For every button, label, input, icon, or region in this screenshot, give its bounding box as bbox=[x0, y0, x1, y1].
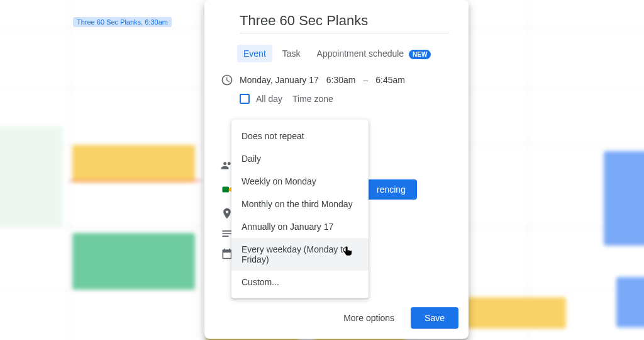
event-end-time[interactable]: 6:45am bbox=[375, 75, 405, 85]
tab-appointment-label: Appointment schedule bbox=[317, 48, 404, 59]
event-date[interactable]: Monday, January 17 bbox=[240, 75, 319, 85]
recurrence-option-custom[interactable]: Custom... bbox=[231, 271, 369, 293]
allday-checkbox[interactable] bbox=[240, 94, 250, 104]
new-badge: NEW bbox=[409, 50, 431, 59]
mouse-cursor-icon bbox=[342, 246, 353, 259]
timezone-link[interactable]: Time zone bbox=[292, 94, 333, 104]
calendar-event-pill[interactable]: Three 60 Sec Planks, 6:30am bbox=[73, 17, 172, 27]
event-title-input[interactable] bbox=[240, 13, 448, 33]
recurrence-option-weekly[interactable]: Weekly on Monday bbox=[231, 170, 369, 193]
save-button[interactable]: Save bbox=[411, 307, 458, 329]
tab-event[interactable]: Event bbox=[237, 45, 272, 62]
recurrence-dropdown: Does not repeat Daily Weekly on Monday M… bbox=[231, 120, 369, 298]
more-options-button[interactable]: More options bbox=[335, 308, 403, 328]
allday-label: All day bbox=[256, 94, 282, 104]
event-start-time[interactable]: 6:30am bbox=[326, 75, 356, 85]
recurrence-option-annually[interactable]: Annually on January 17 bbox=[231, 215, 369, 238]
tab-task[interactable]: Task bbox=[276, 45, 307, 62]
allday-row: All day Time zone bbox=[240, 94, 458, 104]
recurrence-option-monthly[interactable]: Monthly on the third Monday bbox=[231, 193, 369, 215]
event-type-tabs: Event Task Appointment schedule NEW bbox=[237, 45, 458, 62]
add-meet-conferencing-button[interactable]: rencing bbox=[365, 179, 417, 200]
time-dash: – bbox=[364, 75, 369, 85]
recurrence-option-daily[interactable]: Daily bbox=[231, 147, 369, 170]
datetime-row: Monday, January 17 6:30am – 6:45am bbox=[214, 74, 458, 86]
recurrence-option-none[interactable]: Does not repeat bbox=[231, 125, 369, 147]
svg-rect-0 bbox=[223, 187, 230, 193]
tab-appointment-schedule[interactable]: Appointment schedule NEW bbox=[311, 45, 438, 62]
clock-icon bbox=[214, 74, 240, 86]
